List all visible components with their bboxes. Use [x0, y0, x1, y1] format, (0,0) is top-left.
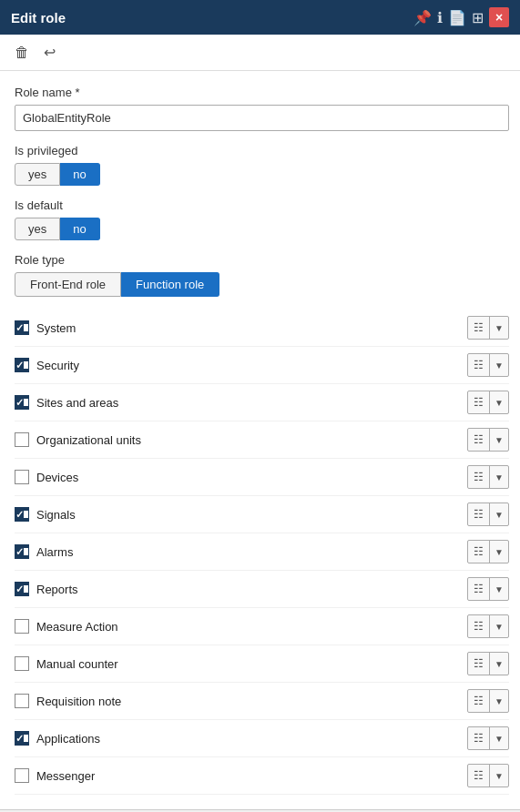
- is-privileged-label: Is privileged: [15, 144, 509, 157]
- permission-left: ✓Security: [15, 358, 79, 372]
- permission-checkbox[interactable]: [15, 470, 29, 484]
- trash-icon: 🗑: [15, 45, 29, 60]
- title-bar-icons: 📌 ℹ 📄 ⊞ ×: [413, 7, 509, 27]
- permission-list-icon: ☷: [468, 578, 490, 600]
- permission-action-button[interactable]: ☷▼: [467, 652, 509, 675]
- permission-action-button[interactable]: ☷▼: [467, 689, 509, 713]
- permission-checkbox[interactable]: ✓: [15, 358, 29, 372]
- permission-list-icon: ☷: [468, 429, 490, 451]
- document-icon[interactable]: 📄: [448, 9, 466, 26]
- function-role-button[interactable]: Function role: [121, 272, 219, 297]
- permission-checkbox[interactable]: [15, 432, 29, 447]
- undo-button[interactable]: ↩: [40, 42, 59, 63]
- permission-list-icon: ☷: [468, 317, 490, 339]
- permission-label: Requisition note: [36, 695, 121, 708]
- permission-actions: ☷▼: [467, 689, 509, 713]
- form-content: Role name * Is privileged yes no Is defa…: [0, 71, 520, 809]
- permission-left: ✓Reports: [15, 582, 78, 596]
- permission-checkbox[interactable]: [15, 768, 29, 783]
- role-name-input[interactable]: [15, 105, 509, 131]
- default-yes-button[interactable]: yes: [15, 218, 60, 240]
- permission-actions: ☷▼: [467, 614, 509, 638]
- permission-row: ✓System☷▼: [15, 310, 509, 347]
- is-privileged-toggle: yes no: [15, 163, 509, 186]
- permission-label: Measure Action: [36, 620, 118, 634]
- is-default-toggle: yes no: [15, 218, 509, 240]
- permission-left: Manual counter: [15, 656, 118, 671]
- permission-left: Requisition note: [15, 694, 121, 708]
- permission-row: Organizational units☷▼: [15, 421, 509, 459]
- permission-checkbox[interactable]: [15, 694, 29, 708]
- permission-left: Measure Action: [15, 619, 118, 634]
- permission-chevron-icon: ▼: [490, 391, 508, 413]
- permission-list-icon: ☷: [468, 690, 490, 712]
- permission-chevron-icon: ▼: [490, 615, 508, 637]
- permission-left: ✓System: [15, 320, 76, 335]
- permission-list-icon: ☷: [468, 391, 490, 413]
- permission-action-button[interactable]: ☷▼: [467, 316, 509, 340]
- permission-action-button[interactable]: ☷▼: [467, 428, 509, 452]
- privileged-no-button[interactable]: no: [60, 163, 99, 186]
- info-icon[interactable]: ℹ: [437, 9, 443, 26]
- role-name-label: Role name *: [15, 86, 509, 99]
- permission-actions: ☷▼: [467, 577, 509, 601]
- permission-action-button[interactable]: ☷▼: [467, 502, 509, 526]
- permission-chevron-icon: ▼: [490, 765, 508, 787]
- delete-button[interactable]: 🗑: [11, 43, 33, 63]
- permission-checkbox[interactable]: ✓: [15, 544, 29, 559]
- permission-action-button[interactable]: ☷▼: [467, 614, 509, 638]
- permission-row: Requisition note☷▼: [15, 683, 509, 720]
- permission-left: ✓Signals: [15, 507, 76, 522]
- permission-label: System: [36, 321, 76, 335]
- permission-chevron-icon: ▼: [490, 541, 508, 563]
- permission-checkbox[interactable]: [15, 656, 29, 671]
- permission-action-button[interactable]: ☷▼: [467, 353, 509, 377]
- role-type-group: Role type Front-End role Function role: [15, 253, 509, 297]
- permission-left: ✓Alarms: [15, 544, 73, 559]
- role-type-label: Role type: [15, 253, 509, 267]
- permission-checkbox[interactable]: ✓: [15, 395, 29, 410]
- permission-left: Messenger: [15, 768, 95, 783]
- layout-icon[interactable]: ⊞: [472, 9, 484, 26]
- permission-left: ✓Applications: [15, 731, 100, 746]
- permission-label: Security: [36, 359, 79, 372]
- permission-chevron-icon: ▼: [490, 578, 508, 600]
- permission-actions: ☷▼: [467, 540, 509, 563]
- permission-action-button[interactable]: ☷▼: [467, 577, 509, 601]
- is-privileged-group: Is privileged yes no: [15, 144, 509, 186]
- permission-checkbox[interactable]: ✓: [15, 731, 29, 746]
- is-default-group: Is default yes no: [15, 198, 509, 240]
- permission-actions: ☷▼: [467, 465, 509, 489]
- pin-icon[interactable]: 📌: [413, 9, 432, 26]
- permission-action-button[interactable]: ☷▼: [467, 391, 509, 414]
- privileged-yes-button[interactable]: yes: [15, 163, 60, 186]
- close-window-button[interactable]: ×: [489, 7, 509, 27]
- permission-checkbox[interactable]: ✓: [15, 320, 29, 335]
- permission-row: Messenger☷▼: [15, 757, 509, 795]
- permission-list-icon: ☷: [468, 354, 490, 376]
- permission-row: ✓Applications☷▼: [15, 720, 509, 757]
- permission-action-button[interactable]: ☷▼: [467, 465, 509, 489]
- permission-action-button[interactable]: ☷▼: [467, 540, 509, 563]
- permission-chevron-icon: ▼: [490, 653, 508, 675]
- permission-label: Manual counter: [36, 657, 118, 671]
- permission-checkbox[interactable]: ✓: [15, 507, 29, 522]
- permission-checkbox[interactable]: [15, 619, 29, 634]
- permission-actions: ☷▼: [467, 353, 509, 377]
- permission-list-icon: ☷: [468, 541, 490, 563]
- permission-row: Devices☷▼: [15, 459, 509, 496]
- permission-action-button[interactable]: ☷▼: [467, 726, 509, 750]
- permission-action-button[interactable]: ☷▼: [467, 764, 509, 787]
- title-bar: Edit role 📌 ℹ 📄 ⊞ ×: [0, 0, 520, 35]
- permission-chevron-icon: ▼: [490, 429, 508, 451]
- role-name-group: Role name *: [15, 86, 509, 131]
- permission-chevron-icon: ▼: [490, 317, 508, 339]
- permission-left: Organizational units: [15, 432, 141, 447]
- is-default-label: Is default: [15, 198, 509, 212]
- default-no-button[interactable]: no: [60, 218, 99, 240]
- frontend-role-button[interactable]: Front-End role: [15, 272, 121, 297]
- permission-label: Organizational units: [36, 433, 141, 447]
- permission-chevron-icon: ▼: [490, 727, 508, 749]
- permission-label: Sites and areas: [36, 396, 118, 410]
- permission-checkbox[interactable]: ✓: [15, 582, 29, 596]
